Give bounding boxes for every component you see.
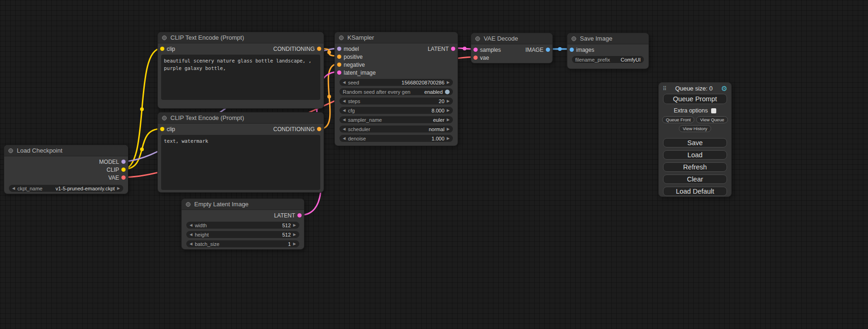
- seed-widget[interactable]: ◀ seed 156680208700286 ▶: [339, 79, 453, 86]
- collapse-dot[interactable]: [8, 148, 13, 153]
- node-title-bar[interactable]: Load Checkpoint: [4, 145, 128, 156]
- image-output-socket[interactable]: [546, 48, 550, 52]
- settings-gear-icon[interactable]: ⚙: [721, 85, 727, 92]
- node-empty-latent-image[interactable]: Empty Latent Image LATENT ◀ width 512 ▶ …: [181, 198, 304, 250]
- decrement-arrow-icon[interactable]: ◀: [343, 81, 346, 84]
- node-title-bar[interactable]: Empty Latent Image: [182, 199, 304, 210]
- node-title-bar[interactable]: CLIP Text Encode (Prompt): [158, 32, 324, 43]
- increment-arrow-icon[interactable]: ▶: [117, 187, 120, 190]
- random-seed-toggle-widget[interactable]: Random seed after every gen enabled: [339, 88, 453, 95]
- node-canvas[interactable]: { "app": { "name": "ComfyUI node graph" …: [0, 0, 868, 329]
- clear-button[interactable]: Clear: [663, 175, 727, 184]
- collapse-dot[interactable]: [572, 36, 576, 41]
- node-clip-text-encode-negative[interactable]: CLIP Text Encode (Prompt) clip CONDITION…: [157, 112, 324, 193]
- latent-output-slot[interactable]: LATENT: [428, 46, 455, 52]
- toggle-knob[interactable]: [445, 90, 450, 94]
- images-input-socket[interactable]: [570, 48, 574, 52]
- increment-arrow-icon[interactable]: ▶: [447, 118, 450, 122]
- model-output-slot[interactable]: MODEL: [99, 159, 126, 165]
- node-title-bar[interactable]: CLIP Text Encode (Prompt): [158, 112, 324, 124]
- load-button[interactable]: Load: [663, 150, 727, 160]
- node-title-bar[interactable]: Save Image: [567, 33, 649, 44]
- clip-input-socket[interactable]: [160, 47, 164, 51]
- negative-input-slot[interactable]: negative: [337, 62, 365, 68]
- increment-arrow-icon[interactable]: ▶: [447, 137, 450, 140]
- denoise-widget[interactable]: ◀ denoise 1.000 ▶: [339, 135, 453, 142]
- latent-output-socket[interactable]: [451, 47, 455, 51]
- cfg-widget[interactable]: ◀ cfg 8.000 ▶: [339, 107, 453, 114]
- refresh-button[interactable]: Refresh: [663, 162, 727, 172]
- queue-prompt-button[interactable]: Queue Prompt: [663, 94, 727, 104]
- node-save-image[interactable]: Save Image images filename_prefix ComfyU…: [567, 33, 649, 69]
- decrement-arrow-icon[interactable]: ◀: [343, 109, 346, 112]
- decrement-arrow-icon[interactable]: ◀: [343, 127, 346, 131]
- model-output-socket[interactable]: [121, 160, 126, 164]
- ckpt-name-widget[interactable]: ◀ ckpt_name v1-5-pruned-emaonly.ckpt ▶: [9, 185, 123, 192]
- collapse-dot[interactable]: [186, 202, 191, 207]
- extra-options-checkbox[interactable]: [711, 108, 716, 113]
- node-title-bar[interactable]: KSampler: [335, 32, 458, 43]
- conditioning-output-slot[interactable]: CONDITIONING: [273, 46, 321, 52]
- conditioning-output-socket[interactable]: [317, 127, 321, 131]
- node-vae-decode[interactable]: VAE Decode samples IMAGE vae: [471, 33, 553, 63]
- vae-input-slot[interactable]: vae: [473, 55, 489, 61]
- latent-image-input-slot[interactable]: latent_image: [337, 70, 376, 76]
- decrement-arrow-icon[interactable]: ◀: [12, 187, 15, 190]
- collapse-dot[interactable]: [475, 36, 480, 41]
- increment-arrow-icon[interactable]: ▶: [447, 127, 450, 131]
- latent-image-input-socket[interactable]: [337, 70, 341, 75]
- conditioning-output-slot[interactable]: CONDITIONING: [273, 126, 321, 133]
- save-button[interactable]: Save: [663, 138, 727, 147]
- decrement-arrow-icon[interactable]: ◀: [190, 224, 192, 227]
- increment-arrow-icon[interactable]: ▶: [447, 81, 450, 84]
- conditioning-output-socket[interactable]: [317, 47, 321, 51]
- node-ksampler[interactable]: KSampler model LATENT positive negative: [334, 32, 458, 146]
- queue-front-button[interactable]: Queue Front: [662, 116, 694, 123]
- model-input-socket[interactable]: [337, 47, 341, 51]
- samples-input-slot[interactable]: samples: [473, 47, 501, 53]
- decrement-arrow-icon[interactable]: ◀: [343, 99, 346, 103]
- collapse-dot[interactable]: [162, 116, 167, 120]
- negative-input-socket[interactable]: [337, 63, 341, 67]
- collapse-dot[interactable]: [339, 35, 344, 40]
- positive-prompt-textarea[interactable]: beautiful scenery nature glass bottle la…: [161, 55, 320, 100]
- latent-output-slot[interactable]: LATENT: [274, 212, 302, 219]
- sampler-name-widget[interactable]: ◀ sampler_name euler ▶: [339, 116, 453, 123]
- decrement-arrow-icon[interactable]: ◀: [190, 233, 192, 237]
- queue-panel[interactable]: ⠿ Queue size: 0 ⚙ Queue Prompt Extra opt…: [658, 82, 732, 197]
- filename-prefix-widget[interactable]: filename_prefix ComfyUI: [572, 56, 644, 63]
- image-output-slot[interactable]: IMAGE: [525, 47, 550, 53]
- steps-widget[interactable]: ◀ steps 20 ▶: [339, 98, 453, 105]
- vae-output-socket[interactable]: [121, 175, 126, 180]
- increment-arrow-icon[interactable]: ▶: [293, 242, 296, 246]
- samples-input-socket[interactable]: [473, 48, 478, 52]
- node-clip-text-encode-positive[interactable]: CLIP Text Encode (Prompt) clip CONDITION…: [157, 32, 324, 109]
- clip-output-socket[interactable]: [121, 168, 126, 172]
- positive-input-slot[interactable]: positive: [337, 54, 363, 60]
- load-default-button[interactable]: Load Default: [663, 187, 727, 196]
- decrement-arrow-icon[interactable]: ◀: [343, 118, 346, 122]
- clip-input-socket[interactable]: [160, 127, 164, 131]
- clip-output-slot[interactable]: CLIP: [106, 167, 126, 173]
- node-title-bar[interactable]: VAE Decode: [471, 33, 552, 44]
- view-history-button[interactable]: View History: [679, 125, 711, 132]
- increment-arrow-icon[interactable]: ▶: [447, 109, 450, 112]
- vae-output-slot[interactable]: VAE: [108, 175, 126, 181]
- model-input-slot[interactable]: model: [337, 46, 359, 52]
- decrement-arrow-icon[interactable]: ◀: [343, 137, 346, 140]
- negative-prompt-textarea[interactable]: text, watermark: [161, 135, 320, 190]
- clip-input-slot[interactable]: clip: [160, 46, 175, 52]
- node-load-checkpoint[interactable]: Load Checkpoint MODEL CLIP VAE ◀ ckpt_na…: [4, 145, 128, 194]
- increment-arrow-icon[interactable]: ▶: [293, 224, 296, 227]
- vae-input-socket[interactable]: [473, 56, 478, 60]
- width-widget[interactable]: ◀ width 512 ▶: [186, 222, 299, 229]
- images-input-slot[interactable]: images: [570, 47, 594, 53]
- decrement-arrow-icon[interactable]: ◀: [190, 242, 192, 246]
- positive-input-socket[interactable]: [337, 55, 341, 59]
- view-queue-button[interactable]: View Queue: [696, 116, 728, 123]
- increment-arrow-icon[interactable]: ▶: [293, 233, 296, 237]
- clip-input-slot[interactable]: clip: [160, 126, 175, 133]
- collapse-dot[interactable]: [162, 35, 167, 40]
- batch-size-widget[interactable]: ◀ batch_size 1 ▶: [186, 240, 299, 247]
- height-widget[interactable]: ◀ height 512 ▶: [186, 231, 299, 238]
